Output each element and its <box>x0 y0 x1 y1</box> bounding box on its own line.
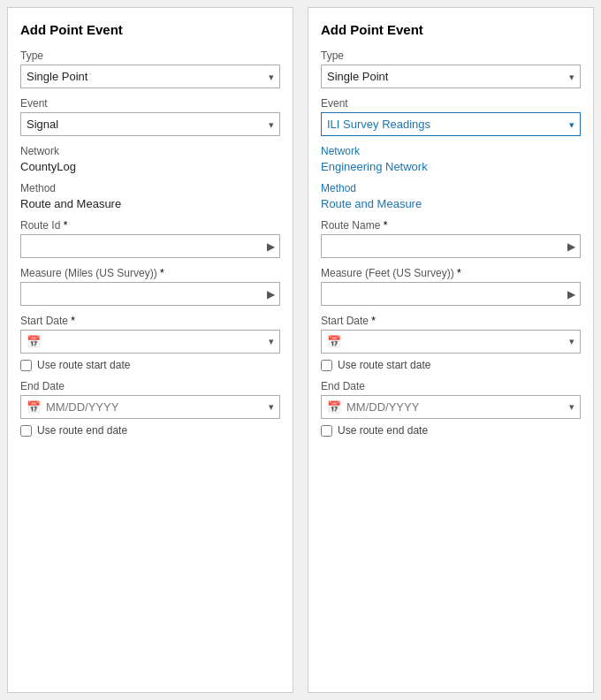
right-method-label: Method <box>321 182 581 194</box>
right-network-value: Engineering Network <box>321 160 581 173</box>
left-network-block: Network CountyLog <box>20 145 280 173</box>
right-end-date-input[interactable] <box>346 396 564 418</box>
left-start-date-label: Start Date <box>20 315 280 327</box>
right-start-date-input[interactable]: 4/24/2024 <box>346 331 564 353</box>
left-measure-label: Measure (Miles (US Survey)) <box>20 267 280 279</box>
right-end-date-label: End Date <box>321 380 581 392</box>
right-type-label: Type <box>321 49 581 62</box>
right-use-end-row: Use route end date <box>321 424 581 437</box>
left-use-end-row: Use route end date <box>20 424 280 437</box>
left-start-date-arrow: ▾ <box>263 331 279 352</box>
right-use-start-row: Use route start date <box>321 359 581 371</box>
right-panel: Add Point Event Type Single Point ▾ Even… <box>308 7 594 693</box>
right-method-value: Route and Measure <box>321 197 581 210</box>
right-event-select-wrapper[interactable]: ILI Survey Readings ▾ <box>321 112 581 136</box>
right-measure-wrapper: ▶ <box>321 282 581 306</box>
left-use-start-checkbox[interactable] <box>20 360 32 371</box>
left-type-label: Type <box>20 49 280 62</box>
left-start-date-wrapper[interactable]: 📅 4/24/2024 ▾ <box>20 330 280 354</box>
left-use-end-checkbox[interactable] <box>20 425 32 437</box>
left-network-label: Network <box>20 145 280 157</box>
right-panel-title: Add Point Event <box>321 22 581 37</box>
right-method-block: Method Route and Measure <box>321 182 581 210</box>
right-end-cal-icon: 📅 <box>322 396 346 418</box>
right-network-block: Network Engineering Network <box>321 145 581 173</box>
left-event-select[interactable]: Signal <box>21 113 279 135</box>
left-end-date-label: End Date <box>20 380 280 392</box>
right-event-label: Event <box>321 97 581 110</box>
right-end-date-arrow: ▾ <box>564 397 580 417</box>
left-event-select-wrapper[interactable]: Signal ▾ <box>20 112 280 136</box>
left-method-block: Method Route and Measure <box>20 182 280 210</box>
right-route-name-input[interactable] <box>321 234 581 258</box>
left-measure-input[interactable] <box>20 282 280 306</box>
right-network-label: Network <box>321 145 581 157</box>
left-use-end-label: Use route end date <box>37 424 127 437</box>
right-measure-input[interactable] <box>321 282 581 306</box>
right-end-date-wrapper[interactable]: 📅 ▾ <box>321 395 581 419</box>
left-route-id-label: Route Id <box>20 219 280 232</box>
right-use-start-checkbox[interactable] <box>321 360 332 371</box>
right-start-date-arrow: ▾ <box>564 331 580 352</box>
right-start-cal-icon: 📅 <box>322 331 346 353</box>
right-use-start-label: Use route start date <box>338 359 430 371</box>
left-panel-title: Add Point Event <box>20 22 280 37</box>
left-type-select-wrapper[interactable]: Single Point ▾ <box>20 65 280 88</box>
left-panel: Add Point Event Type Single Point ▾ Even… <box>7 7 293 693</box>
right-start-date-label: Start Date <box>321 315 581 327</box>
right-start-date-wrapper[interactable]: 📅 4/24/2024 ▾ <box>321 330 581 354</box>
left-end-date-wrapper[interactable]: 📅 ▾ <box>20 395 280 419</box>
left-use-start-row: Use route start date <box>20 359 280 371</box>
left-end-date-input[interactable] <box>46 396 263 418</box>
right-measure-label: Measure (Feet (US Survey)) <box>321 267 581 279</box>
left-end-date-arrow: ▾ <box>263 397 279 417</box>
right-type-select-wrapper[interactable]: Single Point ▾ <box>321 65 581 88</box>
left-measure-wrapper: ▶ <box>20 282 280 306</box>
right-type-select[interactable]: Single Point <box>322 65 580 88</box>
left-route-id-wrapper: ▶ <box>20 234 280 258</box>
right-route-name-label: Route Name <box>321 219 581 232</box>
right-event-select[interactable]: ILI Survey Readings <box>322 113 580 135</box>
right-use-end-label: Use route end date <box>338 424 428 437</box>
left-method-value: Route and Measure <box>20 197 280 210</box>
left-start-date-input[interactable]: 4/24/2024 <box>46 331 263 353</box>
left-method-label: Method <box>20 182 280 194</box>
left-route-id-input[interactable] <box>20 234 280 258</box>
left-use-start-label: Use route start date <box>37 359 130 371</box>
right-route-name-wrapper: ▶ <box>321 234 581 258</box>
right-use-end-checkbox[interactable] <box>321 425 332 437</box>
left-end-cal-icon: 📅 <box>21 396 46 418</box>
left-network-value: CountyLog <box>20 160 280 173</box>
left-start-cal-icon: 📅 <box>21 331 46 353</box>
left-event-label: Event <box>20 97 280 110</box>
left-type-select[interactable]: Single Point <box>21 65 279 88</box>
